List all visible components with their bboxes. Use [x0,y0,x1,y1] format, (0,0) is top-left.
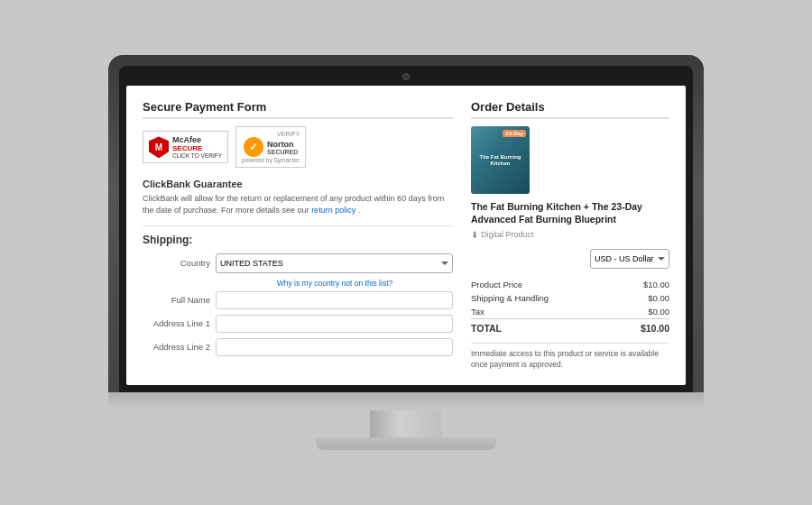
tax-row: Tax $0.00 [471,305,669,319]
product-image: The Fat Burning Kitchen 23-Day [471,126,530,194]
country-select[interactable]: UNITED STATES [216,253,453,273]
digital-label-text: Digital Product [481,230,534,239]
address1-label: Address Line 1 [143,318,210,328]
immediate-access-text: Immediate access to this product or serv… [471,343,669,371]
country-row: Country UNITED STATES [143,253,453,273]
security-badges: M McAfee SECURE CLICK TO VERIFY [143,126,453,168]
tax-value: $0.00 [615,305,669,319]
mcafee-text: McAfee SECURE CLICK TO VERIFY [172,135,222,159]
total-label: TOTAL [471,318,615,335]
monitor-stand-top [108,392,704,410]
screen-content: Secure Payment Form M McAfee SECURE [126,86,686,384]
tax-label: Tax [471,305,615,319]
product-price-row: Product Price $10.00 [471,278,669,291]
price-table: Product Price $10.00 Shipping & Handling… [471,278,669,335]
download-icon: ⬇ [471,230,478,240]
full-name-row: Full Name [143,291,453,309]
norton-badge[interactable]: VERIFY ✓ Norton SECURED powered by Syman… [235,126,306,168]
product-price-label: Product Price [471,278,615,291]
guarantee-text-2: . [358,206,361,215]
mcafee-shield-icon: M [149,136,169,158]
full-name-input[interactable] [216,291,453,309]
guarantee-text-1: ClickBank will allow for the return or r… [143,194,444,215]
currency-select[interactable]: USD - US Dollar EUR - Euro [590,249,669,269]
guarantee-text: ClickBank will allow for the return or r… [143,193,453,216]
norton-verify: VERIFY [277,131,300,137]
product-price-value: $10.00 [615,278,669,291]
total-value: $10.00 [615,318,669,335]
guarantee-title: ClickBank Guarantee [143,179,453,189]
total-row: TOTAL $10.00 [471,318,669,335]
mcafee-badge-inner: M McAfee SECURE CLICK TO VERIFY [149,135,222,159]
shipping-section: Shipping: Country UNITED STATES Why is m… [143,234,453,356]
norton-text: Norton SECURED [267,140,298,155]
full-name-label: Full Name [143,295,210,305]
norton-label: Norton [267,140,298,149]
address2-label: Address Line 2 [143,342,210,352]
right-column: Order Details The Fat Burning Kitchen 23… [471,100,669,370]
monitor-stand-neck [370,410,442,437]
monitor-bezel: Secure Payment Form M McAfee SECURE [119,66,693,391]
norton-badge-inner: ✓ Norton SECURED [244,137,298,157]
monitor: Secure Payment Form M McAfee SECURE [108,55,704,391]
mcafee-label: McAfee [172,135,222,144]
divider [143,225,453,226]
norton-secured: SECURED [267,149,298,155]
product-title: The Fat Burning Kitchen + The 23-Day Adv… [471,201,669,225]
product-img-badge: 23-Day [503,130,526,137]
guarantee-section: ClickBank Guarantee ClickBank will allow… [143,179,453,216]
monitor-screen: Secure Payment Form M McAfee SECURE [126,86,686,384]
currency-row: USD - US Dollar EUR - Euro [471,249,669,269]
monitor-camera [402,73,410,80]
return-policy-link[interactable]: return policy [311,206,355,215]
address2-input[interactable] [216,338,453,356]
address1-input[interactable] [216,315,453,333]
shipping-price-row: Shipping & Handling $0.00 [471,291,669,305]
product-img-text: The Fat Burning Kitchen [471,151,530,170]
mcafee-badge[interactable]: M McAfee SECURE CLICK TO VERIFY [143,131,228,163]
country-not-listed-link[interactable]: Why is my country not on this list? [217,279,453,288]
right-section-title: Order Details [471,100,669,119]
mcafee-secure: SECURE [172,144,222,152]
left-section-title: Secure Payment Form [143,100,453,119]
norton-symantec: powered by Symantec [242,157,300,163]
shipping-price-label: Shipping & Handling [471,291,615,305]
shipping-label: Shipping: [143,234,453,246]
left-column: Secure Payment Form M McAfee SECURE [143,100,453,370]
mcafee-cta: CLICK TO VERIFY [172,152,222,159]
address2-row: Address Line 2 [143,338,453,356]
product-area: The Fat Burning Kitchen 23-Day [471,126,669,194]
norton-check-icon: ✓ [244,137,263,157]
shipping-price-value: $0.00 [615,291,669,305]
address1-row: Address Line 1 [143,315,453,333]
digital-label: ⬇ Digital Product [471,230,669,240]
monitor-stand-base [316,437,496,450]
country-label: Country [143,258,210,268]
